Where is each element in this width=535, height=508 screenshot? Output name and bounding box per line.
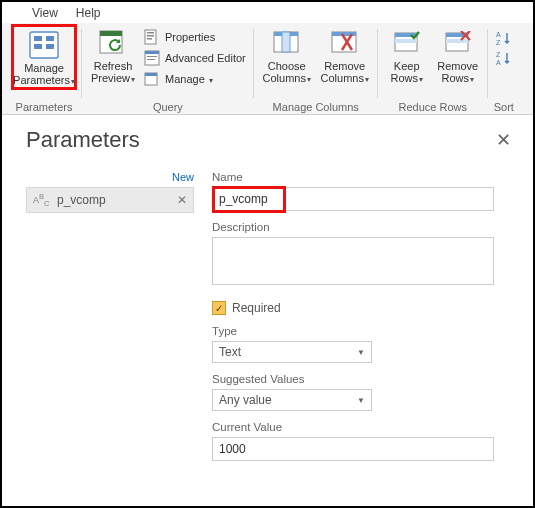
manage-parameters-icon [28,30,60,60]
ribbon-group-query: Refresh Preview▾ Properties Advanced Edi… [82,23,254,114]
type-select[interactable]: Text ▼ [212,341,372,363]
svg-rect-10 [147,38,152,40]
sort-desc-icon: ZA [496,50,512,66]
required-checkbox[interactable]: ✓ [212,301,226,315]
ribbon-group-manage-columns: Choose Columns▾ Remove Columns▾ Manage C… [254,23,378,114]
parameter-name: p_vcomp [57,193,106,207]
svg-text:A: A [496,59,501,66]
name-input-wrap [212,187,494,211]
keep-rows-button[interactable]: Keep Rows▾ [384,25,430,85]
parameter-list-item[interactable]: ABC p_vcomp ✕ [26,187,194,213]
choose-columns-button[interactable]: Choose Columns▾ [260,25,314,85]
current-value-input[interactable] [212,437,494,461]
sort-asc-icon: AZ [496,30,512,46]
ribbon-group-label-sort: Sort [494,101,514,114]
close-button[interactable]: ✕ [492,129,515,151]
suggested-values-label: Suggested Values [212,373,515,385]
remove-rows-icon [442,28,474,58]
description-label: Description [212,221,515,233]
menu-bar: View Help [2,2,533,23]
ribbon-group-label-reduce-rows: Reduce Rows [398,101,466,114]
svg-text:Z: Z [496,39,501,46]
choose-columns-label: Choose Columns▾ [263,60,311,85]
type-label: Type [212,325,515,337]
ribbon-group-label-parameters: Parameters [16,101,73,114]
svg-rect-13 [147,56,157,57]
svg-rect-9 [147,35,154,37]
remove-columns-label: Remove Columns▾ [321,60,369,85]
ribbon-group-parameters: Manage Parameters▾ Parameters [6,23,82,114]
remove-rows-button[interactable]: Remove Rows▾ [434,25,482,85]
parameter-form: Name Description ✓ Required Type Text ▼ … [212,171,515,461]
svg-rect-26 [395,39,417,43]
menu-help[interactable]: Help [76,6,101,20]
ribbon: Manage Parameters▾ Parameters Refresh Pr… [2,23,533,115]
keep-rows-icon [391,28,423,58]
svg-rect-19 [282,32,290,52]
manage-parameters-button[interactable]: Manage Parameters▾ [11,24,77,90]
menu-view[interactable]: View [32,6,58,20]
sort-asc-button[interactable]: AZ [494,29,514,47]
ribbon-group-sort: AZ ZA Sort [488,23,516,114]
properties-button[interactable]: Properties [142,28,248,46]
delete-parameter-button[interactable]: ✕ [177,193,187,207]
svg-rect-4 [46,44,54,49]
new-parameter-link[interactable]: New [26,171,194,183]
name-input[interactable] [213,188,493,210]
svg-rect-3 [34,44,42,49]
svg-rect-29 [446,39,468,43]
required-label: Required [232,301,281,315]
ribbon-group-label-query: Query [153,101,183,114]
keep-rows-label: Keep Rows▾ [390,60,423,85]
chevron-down-icon: ▼ [357,348,365,357]
advanced-editor-button[interactable]: Advanced Editor [142,49,248,67]
manage-parameters-label: Manage Parameters▾ [13,62,75,87]
text-type-icon: ABC [33,192,51,208]
manage-icon [144,71,160,87]
svg-rect-2 [46,36,54,41]
parameters-dialog: Parameters ✕ New ABC p_vcomp ✕ Name Desc… [2,115,533,471]
svg-rect-16 [145,73,157,76]
svg-rect-12 [145,51,159,54]
remove-rows-label: Remove Rows▾ [437,60,478,85]
svg-rect-8 [147,32,154,34]
required-row[interactable]: ✓ Required [212,301,515,315]
dialog-title: Parameters [26,127,140,153]
description-input[interactable] [212,237,494,285]
refresh-icon [97,28,129,58]
refresh-preview-label: Refresh Preview▾ [91,60,135,85]
chevron-down-icon: ▼ [357,396,365,405]
ribbon-group-label-manage-columns: Manage Columns [273,101,359,114]
svg-text:Z: Z [496,51,501,58]
parameter-list: New ABC p_vcomp ✕ [26,171,194,461]
ribbon-group-reduce-rows: Keep Rows▾ Remove Rows▾ Reduce Rows [378,23,488,114]
remove-columns-icon [329,28,361,58]
name-label: Name [212,171,515,183]
svg-text:A: A [496,31,501,38]
remove-columns-button[interactable]: Remove Columns▾ [318,25,372,85]
svg-rect-6 [100,31,122,36]
advanced-editor-icon [144,50,160,66]
current-value-label: Current Value [212,421,515,433]
svg-rect-1 [34,36,42,41]
suggested-values-select[interactable]: Any value ▼ [212,389,372,411]
choose-columns-icon [271,28,303,58]
svg-rect-14 [147,59,155,60]
manage-query-button[interactable]: Manage ▾ [142,70,248,88]
properties-icon [144,29,160,45]
refresh-preview-button[interactable]: Refresh Preview▾ [88,25,138,85]
sort-desc-button[interactable]: ZA [494,49,514,67]
